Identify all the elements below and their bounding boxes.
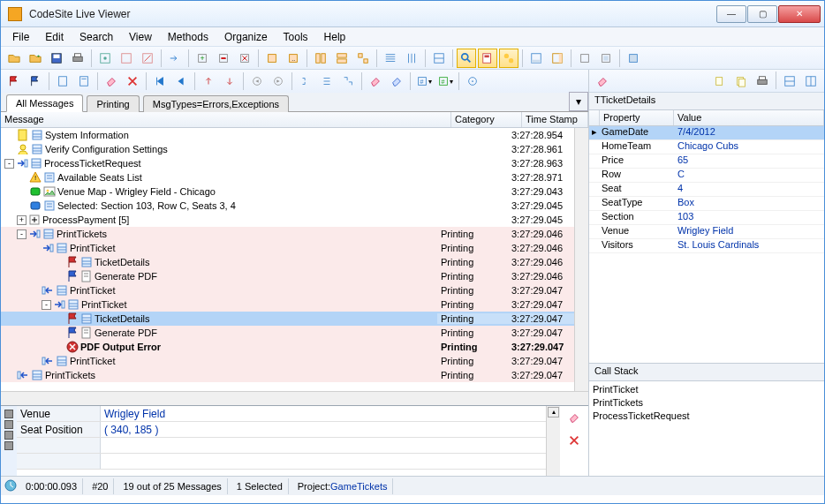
message-row[interactable]: -PrintTicketsPrinting3:27:29.046: [1, 227, 574, 241]
message-row[interactable]: +ProcessPayment [5]3:27:29.045: [1, 213, 574, 227]
goto-prev-icon[interactable]: [247, 71, 267, 91]
column-timestamp[interactable]: Time Stamp: [522, 112, 588, 127]
cancel-icon[interactable]: [123, 71, 142, 91]
tab-msgtypes-errors-exceptions[interactable]: MsgTypes=Errors,Exceptions: [143, 95, 289, 112]
bookmark-icon[interactable]: [53, 71, 72, 91]
menu-tools[interactable]: Tools: [277, 29, 314, 45]
print-icon[interactable]: [68, 49, 87, 68]
maximize-button[interactable]: ▢: [747, 5, 777, 23]
insp-print-icon[interactable]: [753, 71, 772, 91]
add-icon[interactable]: +: [193, 49, 212, 68]
bottom-prop-row[interactable]: VenueWrigley Field: [17, 406, 546, 422]
message-row[interactable]: PrintTicketPrinting3:27:29.047: [1, 354, 574, 368]
value-column[interactable]: Value: [674, 110, 824, 125]
bottom-delete-icon[interactable]: [564, 431, 584, 450]
erase2-icon[interactable]: [366, 71, 385, 91]
message-row[interactable]: TicketDetailsPrinting3:27:29.047: [1, 312, 574, 326]
button-a-icon[interactable]: [95, 49, 115, 68]
message-list[interactable]: System Information3:27:28.954Verify Conf…: [1, 128, 574, 391]
remove-icon[interactable]: [214, 49, 233, 68]
inspector-row[interactable]: VenueWrigley Field: [589, 225, 824, 239]
erase3-icon[interactable]: [387, 71, 406, 91]
message-row[interactable]: Verify Configuration Settings3:27:28.961: [1, 142, 574, 156]
step-in-icon[interactable]: [220, 71, 239, 91]
tree-toggle-icon[interactable]: [338, 71, 358, 91]
inspector-row[interactable]: HomeTeamChicago Cubs: [589, 140, 824, 154]
inspector-grid[interactable]: ▸GameDate7/4/2012HomeTeamChicago CubsPri…: [589, 126, 824, 363]
inspector-row[interactable]: Price65: [589, 154, 824, 169]
inspector-row[interactable]: RowC: [589, 169, 824, 183]
message-row[interactable]: Venue Map - Wrigley Field - Chicago3:27:…: [1, 184, 574, 199]
tree-expand-icon[interactable]: [317, 71, 337, 91]
menu-edit[interactable]: Edit: [39, 29, 70, 45]
copy2-icon[interactable]: [731, 71, 751, 91]
led-3[interactable]: [4, 431, 13, 440]
led-1[interactable]: [4, 410, 13, 418]
tab-printing[interactable]: Printing: [87, 95, 139, 112]
organize2-icon[interactable]: [332, 49, 352, 68]
menu-help[interactable]: Help: [318, 29, 352, 45]
menu-view[interactable]: View: [123, 29, 158, 45]
tree-collapse-icon[interactable]: [296, 71, 315, 91]
nav-prev-icon[interactable]: [171, 71, 191, 91]
column-message[interactable]: Message: [1, 112, 451, 127]
expand-toggle[interactable]: -: [17, 229, 26, 239]
link-icon[interactable]: [499, 49, 518, 68]
inspector-row[interactable]: VisitorsSt. Louis Cardinals: [589, 239, 824, 253]
message-row[interactable]: PDF Output ErrorPrinting3:27:29.047: [1, 340, 574, 354]
message-row[interactable]: System Information3:27:28.954: [1, 128, 574, 142]
filter2-icon[interactable]: #▾: [435, 71, 455, 91]
expand-toggle[interactable]: +: [17, 215, 26, 225]
inspector-row[interactable]: ▸GameDate7/4/2012: [589, 126, 824, 140]
vertical-scrollbar[interactable]: [574, 128, 588, 391]
delete-icon[interactable]: [235, 49, 254, 68]
erase-icon[interactable]: [102, 71, 121, 91]
search-icon[interactable]: [457, 49, 476, 68]
tools2-icon[interactable]: [596, 49, 616, 68]
bottom-prop-row[interactable]: Seat Position( 340, 185 ): [17, 422, 546, 438]
organize3-icon[interactable]: [353, 49, 373, 68]
tools1-icon[interactable]: [575, 49, 594, 68]
collapse-icon[interactable]: [262, 49, 282, 68]
button-c-icon[interactable]: [138, 49, 157, 68]
folder-plus-icon[interactable]: +: [26, 49, 45, 68]
highlight-icon[interactable]: [478, 49, 497, 68]
filter1-icon[interactable]: #▾: [414, 71, 434, 91]
inspector-row[interactable]: Seat4: [589, 183, 824, 197]
view-columns-icon[interactable]: [402, 49, 421, 68]
button-b-icon[interactable]: [117, 49, 136, 68]
method-enter-icon[interactable]: [165, 49, 185, 68]
inspector-row[interactable]: SeatTypeBox: [589, 197, 824, 211]
menu-search[interactable]: Search: [73, 29, 119, 45]
led-4[interactable]: [4, 441, 13, 450]
callstack-list[interactable]: PrintTicketPrintTicketsProcessTicketRequ…: [589, 381, 824, 476]
panel-bottom-icon[interactable]: [526, 49, 546, 68]
goto-next-icon[interactable]: [269, 71, 288, 91]
panel-right-icon[interactable]: [548, 49, 567, 68]
copy-icon[interactable]: [710, 71, 730, 91]
step-out-icon[interactable]: [199, 71, 218, 91]
bookmark2-icon[interactable]: [74, 71, 94, 91]
message-row[interactable]: -PrintTicketPrinting3:27:29.047: [1, 297, 574, 312]
property-column[interactable]: Property: [600, 110, 674, 125]
menu-file[interactable]: File: [6, 29, 35, 45]
tab-dropdown-icon[interactable]: ▾: [569, 92, 588, 111]
led-2[interactable]: [4, 420, 13, 429]
menu-methods[interactable]: Methods: [162, 29, 215, 45]
close-button[interactable]: ✕: [778, 5, 821, 23]
message-row[interactable]: !Available Seats List3:27:28.971: [1, 170, 574, 184]
expand-toggle[interactable]: -: [4, 159, 14, 169]
callstack-item[interactable]: PrintTickets: [593, 396, 821, 410]
settings-icon[interactable]: [624, 49, 643, 68]
message-row[interactable]: Generate PDFPrinting3:27:29.047: [1, 326, 574, 340]
bottom-erase-icon[interactable]: [564, 408, 584, 427]
tab-all-messages[interactable]: All Messages: [6, 94, 83, 112]
flag-red-icon[interactable]: [4, 71, 24, 91]
column-category[interactable]: Category: [451, 112, 522, 127]
open-icon[interactable]: [4, 49, 24, 68]
expand-toggle[interactable]: -: [42, 300, 51, 310]
flag-blue-icon[interactable]: [26, 71, 45, 91]
message-row[interactable]: TicketDetailsPrinting3:27:29.046: [1, 255, 574, 269]
view-detail-icon[interactable]: [429, 49, 449, 68]
menu-organize[interactable]: Organize: [218, 29, 274, 45]
